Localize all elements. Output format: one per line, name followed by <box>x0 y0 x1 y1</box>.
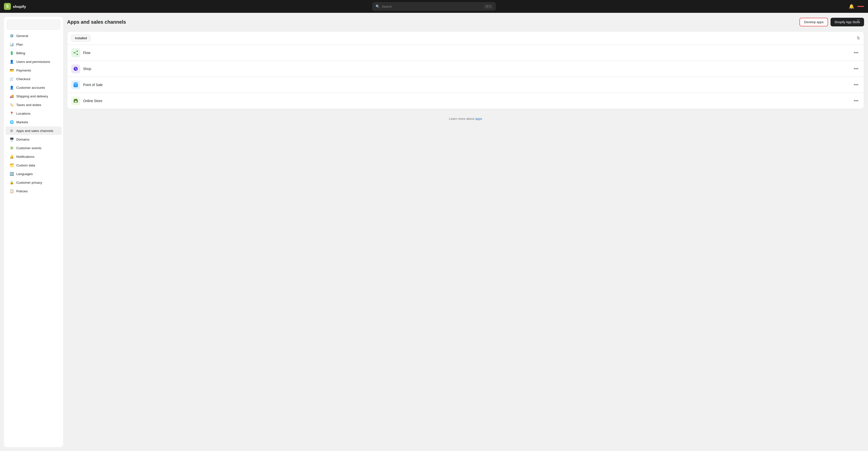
installed-tab[interactable]: Installed <box>71 34 91 42</box>
payments-icon: 💳 <box>9 68 14 72</box>
svg-line-3 <box>75 52 76 53</box>
sort-icon[interactable]: ⇅ <box>857 36 860 40</box>
billing-icon: 💲 <box>9 51 14 55</box>
sidebar-item-label: Checkout <box>16 77 30 81</box>
sidebar-item-general[interactable]: ⚙️ General <box>5 32 62 40</box>
apps-icon: ⊞ <box>9 128 14 133</box>
sidebar-item-label: Payments <box>16 68 31 72</box>
sidebar-item-shipping[interactable]: 🚚 Shipping and delivery <box>5 92 62 100</box>
sidebar-item-checkout[interactable]: 🛒 Checkout <box>5 75 62 83</box>
sidebar-item-label: Markets <box>16 120 28 124</box>
develop-apps-button[interactable]: Develop apps <box>800 18 828 26</box>
app-item-pos: Point of Sale ••• <box>67 77 864 93</box>
shop-app-menu[interactable]: ••• <box>852 65 860 72</box>
markets-icon: 🌐 <box>9 120 14 124</box>
search-bar[interactable]: 🔍 ⌘ K <box>372 2 496 10</box>
domains-icon: 🖥️ <box>9 137 14 142</box>
top-navigation: S shopify 🔍 ⌘ K 🔔 <box>0 0 868 13</box>
search-input[interactable] <box>382 5 482 8</box>
flow-app-icon <box>71 48 80 57</box>
close-button[interactable]: ✕ <box>854 17 862 25</box>
sidebar-item-markets[interactable]: 🌐 Markets <box>5 118 62 126</box>
svg-rect-10 <box>75 101 76 102</box>
svg-line-4 <box>75 53 76 54</box>
sidebar-item-customer-accounts[interactable]: 👤 Customer accounts <box>5 83 62 92</box>
custom-data-icon: 🗂️ <box>9 163 14 168</box>
notifications-icon: 🔔 <box>9 154 14 159</box>
sidebar-item-label: Customer privacy <box>16 181 42 184</box>
sidebar-item-label: Apps and sales channels <box>16 129 53 133</box>
locations-icon: 📍 <box>9 111 14 116</box>
page-title: Apps and sales channels <box>67 19 126 25</box>
app-item-shop: Shop ••• <box>67 61 864 77</box>
sidebar-item-domains[interactable]: 🖥️ Domains <box>5 135 62 144</box>
main-layout: ⚙️ General 📊 Plan 💲 Billing 👤 Users and … <box>0 13 868 451</box>
sidebar-item-label: Locations <box>16 112 31 115</box>
flow-app-menu[interactable]: ••• <box>852 49 860 57</box>
search-icon: 🔍 <box>376 4 380 8</box>
sidebar-item-label: Customer events <box>16 146 41 150</box>
sidebar-item-languages[interactable]: 🔤 Languages <box>5 170 62 178</box>
online-store-app-icon <box>71 96 80 105</box>
sidebar-item-taxes[interactable]: 🏷️ Taxes and duties <box>5 100 62 109</box>
sidebar-item-label: Customer accounts <box>16 86 45 90</box>
apps-link[interactable]: apps <box>475 117 482 121</box>
online-store-app-name: Online Store <box>83 99 849 103</box>
sidebar-item-label: Shipping and delivery <box>16 94 48 98</box>
customer-events-icon: ✳️ <box>9 146 14 150</box>
users-icon: 👤 <box>9 59 14 64</box>
flow-app-name: Flow <box>83 51 849 55</box>
shop-app-name: Shop <box>83 67 849 71</box>
sidebar-item-label: Policies <box>16 189 28 193</box>
store-selector[interactable] <box>7 20 60 30</box>
shop-app-icon <box>71 64 80 73</box>
sidebar-item-label: Users and permissions <box>16 60 50 64</box>
svg-point-0 <box>73 52 75 54</box>
sidebar-item-label: General <box>16 34 28 38</box>
settings-sidebar: ⚙️ General 📊 Plan 💲 Billing 👤 Users and … <box>4 17 63 447</box>
search-shortcut: ⌘ K <box>484 4 492 9</box>
notification-bell-icon[interactable]: 🔔 <box>849 4 854 9</box>
sidebar-item-payments[interactable]: 💳 Payments <box>5 66 62 74</box>
pos-app-name: Point of Sale <box>83 83 849 87</box>
app-item-online-store: Online Store ••• <box>67 93 864 109</box>
nav-right: 🔔 <box>849 4 864 9</box>
learn-more-section: Learn more about apps <box>67 113 864 124</box>
sidebar-item-label: Plan <box>16 43 23 47</box>
taxes-icon: 🏷️ <box>9 102 14 107</box>
shopify-logo: S shopify <box>4 3 26 10</box>
sidebar-item-customer-privacy[interactable]: 🔒 Customer privacy <box>5 178 62 187</box>
svg-rect-8 <box>74 99 75 100</box>
svg-point-1 <box>77 51 78 52</box>
customer-accounts-icon: 👤 <box>9 85 14 90</box>
shopify-logo-text: shopify <box>13 4 26 9</box>
sidebar-item-label: Taxes and duties <box>16 103 41 107</box>
sidebar-item-locations[interactable]: 📍 Locations <box>5 109 62 118</box>
pos-app-menu[interactable]: ••• <box>852 81 860 89</box>
svg-point-2 <box>77 54 78 55</box>
app-item-flow: Flow ••• <box>67 45 864 61</box>
general-icon: ⚙️ <box>9 33 14 38</box>
policies-icon: 📋 <box>9 189 14 193</box>
sidebar-nav: ⚙️ General 📊 Plan 💲 Billing 👤 Users and … <box>4 32 63 195</box>
sidebar-item-label: Domains <box>16 138 29 141</box>
sidebar-item-customer-events[interactable]: ✳️ Customer events <box>5 144 62 152</box>
apps-card: Installed ⇅ Flow ••• <box>67 31 864 109</box>
page-header: Apps and sales channels Develop apps Sho… <box>67 17 864 27</box>
sidebar-item-label: Billing <box>16 51 25 55</box>
sidebar-item-billing[interactable]: 💲 Billing <box>5 49 62 57</box>
sidebar-item-custom-data[interactable]: 🗂️ Custom data <box>5 161 62 170</box>
sidebar-item-label: Notifications <box>16 155 34 158</box>
main-content: Apps and sales channels Develop apps Sho… <box>67 17 864 447</box>
online-store-app-menu[interactable]: ••• <box>852 97 860 104</box>
sidebar-item-policies[interactable]: 📋 Policies <box>5 187 62 195</box>
sidebar-item-plan[interactable]: 📊 Plan <box>5 40 62 49</box>
avatar[interactable] <box>857 6 864 7</box>
sidebar-item-notifications[interactable]: 🔔 Notifications <box>5 152 62 161</box>
card-header: Installed ⇅ <box>67 32 864 45</box>
sidebar-item-label: Custom data <box>16 163 35 167</box>
sidebar-item-users[interactable]: 👤 Users and permissions <box>5 57 62 66</box>
sidebar-item-apps[interactable]: ⊞ Apps and sales channels <box>5 126 62 135</box>
shipping-icon: 🚚 <box>9 94 14 98</box>
learn-more-text: Learn more about <box>449 117 475 121</box>
